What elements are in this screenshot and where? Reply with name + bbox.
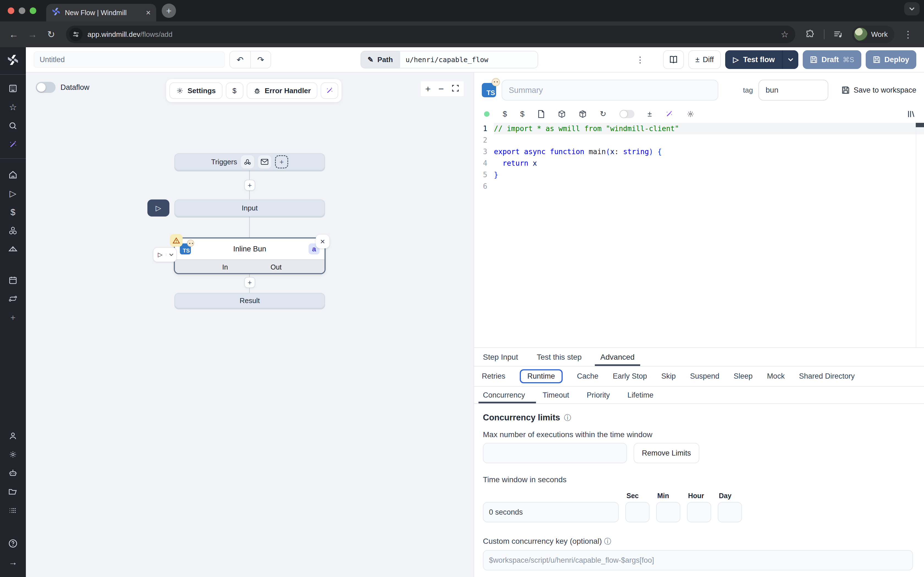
triggers-node[interactable]: Triggers + (174, 153, 325, 170)
min-input[interactable] (656, 502, 680, 522)
reload-icon[interactable]: ↻ (43, 26, 60, 43)
step-out-handle[interactable]: Out (271, 263, 282, 271)
site-settings-icon[interactable] (69, 28, 82, 41)
maximize-window-button[interactable] (30, 7, 36, 14)
sidebar-item-home[interactable] (0, 165, 26, 184)
reload-icon[interactable]: ↻ (600, 110, 606, 118)
sec-input[interactable] (625, 502, 649, 522)
test-flow-button[interactable]: ▷Test flow (725, 50, 798, 69)
tab-lifetime[interactable]: Lifetime (627, 387, 655, 403)
email-trigger-icon[interactable] (258, 155, 271, 168)
sidebar-item-ai-wand[interactable] (0, 135, 26, 154)
custom-concurrency-key-input[interactable] (483, 550, 913, 571)
sidebar-item-favorites[interactable]: ☆ (0, 98, 26, 116)
extensions-icon[interactable] (802, 26, 818, 43)
error-handler-button[interactable]: Error Handler (247, 82, 318, 99)
ai-wand-button[interactable] (321, 82, 338, 99)
tab-search-chevron-icon[interactable] (904, 2, 919, 15)
tab-mock[interactable]: Mock (767, 371, 785, 382)
library-icon[interactable] (907, 110, 915, 118)
dataflow-toggle[interactable] (36, 82, 55, 93)
result-node[interactable]: Result (174, 293, 325, 308)
windmill-logo[interactable] (7, 47, 19, 74)
tab-priority[interactable]: Priority (586, 387, 611, 403)
new-tab-button[interactable]: + (162, 3, 176, 18)
max-executions-input[interactable] (483, 443, 627, 463)
flow-canvas[interactable]: Dataflow Settings $ Error Handler (26, 73, 474, 577)
run-step-chevron-icon[interactable] (166, 253, 176, 256)
save-to-workspace-button[interactable]: Save to workspace (842, 86, 916, 95)
expand-sidebar-arrow-icon[interactable]: → (0, 553, 26, 572)
test-flow-dropdown-chevron[interactable] (782, 50, 798, 69)
insert-resource-icon[interactable]: $ (520, 110, 525, 118)
sidebar-item-calendar[interactable] (0, 271, 26, 290)
remove-limits-button[interactable]: Remove Limits (633, 443, 699, 463)
fit-view-icon[interactable] (452, 84, 459, 93)
docs-book-button[interactable] (663, 50, 684, 69)
sidebar-item-runs[interactable]: ▷ (0, 184, 26, 203)
tab-cache[interactable]: Cache (577, 371, 598, 382)
sidebar-item-schedules-prism[interactable] (0, 240, 26, 259)
minimize-window-button[interactable] (19, 7, 25, 14)
flow-settings-button[interactable]: Settings (170, 82, 223, 99)
tab-skip[interactable]: Skip (661, 371, 676, 382)
sidebar-item-workspace[interactable] (0, 79, 26, 98)
browser-tab[interactable]: New Flow | Windmill × (46, 4, 156, 21)
tab-close-icon[interactable]: × (146, 8, 151, 17)
diff-mode-toggle[interactable] (620, 110, 635, 118)
diff-button[interactable]: ±Diff (688, 50, 721, 69)
browser-menu-kebab-icon[interactable]: ⋮ (900, 26, 916, 43)
insert-step-button[interactable]: + (244, 277, 255, 288)
zoom-in-icon[interactable]: + (425, 84, 431, 93)
help-icon[interactable] (0, 534, 26, 553)
insert-variable-icon[interactable]: $ (503, 110, 507, 118)
sidebar-item-logs-list[interactable] (0, 501, 26, 520)
tab-step-input[interactable]: Step Input (482, 348, 519, 366)
tab-timeout[interactable]: Timeout (541, 387, 570, 403)
insert-step-button[interactable]: + (244, 180, 255, 191)
ai-wand-icon[interactable] (665, 110, 673, 118)
code-editor[interactable]: 1 // import * as wmill from "windmill-cl… (474, 123, 924, 347)
diff-icon[interactable]: ± (648, 110, 652, 118)
input-node[interactable]: Input (174, 200, 325, 216)
webhook-trigger-icon[interactable] (241, 155, 254, 168)
info-icon[interactable]: ⓘ (604, 537, 611, 545)
tab-sleep[interactable]: Sleep (734, 371, 753, 382)
sidebar-item-folders[interactable] (0, 482, 26, 501)
sidebar-item-search[interactable] (0, 116, 26, 135)
info-icon[interactable]: ⓘ (564, 413, 571, 422)
editor-settings-gear-icon[interactable] (687, 110, 695, 118)
more-options-kebab-icon[interactable]: ⋮ (636, 55, 645, 64)
tab-test-this-step[interactable]: Test this step (536, 348, 583, 366)
editor-minimap[interactable] (916, 123, 924, 347)
path-input[interactable] (400, 51, 538, 68)
address-bar[interactable]: app.windmill.dev/flows/add ☆ (66, 26, 795, 43)
sidebar-item-workers-robot[interactable] (0, 464, 26, 482)
forward-icon[interactable]: → (24, 26, 41, 43)
step-in-handle[interactable]: In (222, 263, 228, 271)
editor-scroll-thumb[interactable] (916, 123, 924, 127)
window-controls[interactable] (8, 7, 36, 14)
tab-advanced[interactable]: Advanced (599, 348, 636, 366)
tab-shared-directory[interactable]: Shared Directory (799, 371, 855, 382)
hour-input[interactable] (687, 502, 711, 522)
close-window-button[interactable] (8, 7, 14, 14)
zoom-out-icon[interactable]: − (438, 84, 444, 93)
deploy-button[interactable]: Deploy (866, 50, 916, 69)
sidebar-item-users[interactable] (0, 426, 26, 445)
delete-step-button[interactable]: × (316, 235, 330, 248)
canvas-variables-button[interactable]: $ (226, 82, 243, 99)
sidebar-item-flows-route[interactable] (0, 290, 26, 308)
run-from-input-button[interactable]: ▷ (147, 200, 170, 216)
back-icon[interactable]: ← (5, 26, 22, 43)
media-controls-icon[interactable] (830, 26, 846, 43)
tab-runtime[interactable]: Runtime (520, 369, 563, 383)
script-file-icon[interactable] (538, 110, 545, 118)
tab-early-stop[interactable]: Early Stop (613, 371, 647, 382)
time-window-input[interactable] (483, 502, 619, 522)
tab-suspend[interactable]: Suspend (690, 371, 719, 382)
tag-input[interactable] (758, 80, 828, 101)
undo-button[interactable]: ↶ (230, 52, 250, 68)
tab-concurrency[interactable]: Concurrency (482, 387, 526, 403)
sidebar-item-resources[interactable] (0, 221, 26, 240)
